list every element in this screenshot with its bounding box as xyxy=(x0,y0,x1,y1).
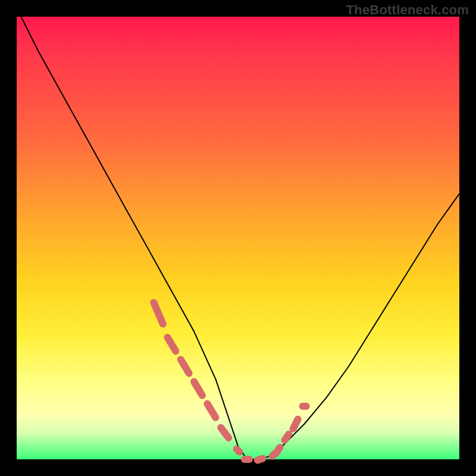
marker-pill xyxy=(231,444,245,457)
marker-pill xyxy=(189,377,207,400)
marker-pill xyxy=(176,355,194,378)
watermark: TheBottleneck.com xyxy=(346,2,469,18)
marker-dots xyxy=(149,298,310,465)
marker-pill xyxy=(149,298,168,329)
chart-frame: TheBottleneck.com xyxy=(0,0,476,476)
marker-pill xyxy=(202,399,220,422)
v-curve xyxy=(21,17,459,459)
marker-pill xyxy=(299,403,310,410)
marker-pill xyxy=(289,414,303,433)
marker-pill xyxy=(162,333,180,356)
plot-area xyxy=(17,17,459,459)
marker-pill xyxy=(253,454,267,465)
curve-svg xyxy=(17,17,459,459)
marker-pill xyxy=(241,456,253,463)
curve-path xyxy=(21,17,459,459)
